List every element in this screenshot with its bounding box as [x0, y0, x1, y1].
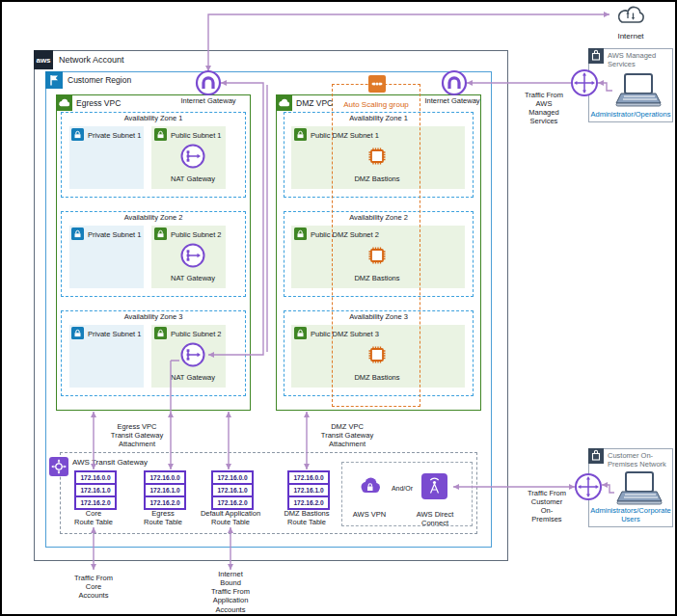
aws-logo-icon: aws — [34, 50, 53, 69]
network-account-label: Network Account — [59, 55, 124, 66]
private-subnet-lock-icon-az3 — [71, 327, 84, 339]
auto-scaling-group-label: Auto Scaling group — [332, 100, 420, 110]
dmz-subnet-lock-icon-az1 — [294, 128, 307, 141]
nat-gateway-label-az2: NAT Gateway — [154, 274, 231, 282]
customer-onprem-icon — [588, 448, 604, 464]
default-application-route-table-label: Default Application Route Table — [197, 509, 264, 526]
internet-label: Internet — [600, 32, 662, 41]
dmz-bastions-icon-az3 — [365, 342, 390, 367]
administrators-corporate-users-label: Administrators/Corporate Users — [586, 506, 675, 523]
dmz-bastions-route-table-label: DMZ Bastions Route Table — [273, 509, 340, 526]
egress-az1-private-subnet-label: Private Subnet 1 — [88, 131, 141, 140]
onprem-router-icon — [574, 472, 603, 501]
andor-label: And/Or — [383, 485, 421, 494]
auto-scaling-group-icon — [368, 75, 386, 93]
aws-vpn-label: AWS VPN — [344, 510, 394, 519]
route-entry: 172.16.2.0 — [74, 495, 117, 510]
onprem-laptop-icon — [613, 471, 663, 507]
dmz-bastions-icon-az2 — [365, 243, 390, 268]
egress-az1-public-subnet-label: Public Subnet 1 — [171, 131, 222, 140]
nat-gateway-icon-az3 — [180, 342, 205, 367]
customer-onprem-label: Customer On- Premises Network — [608, 451, 671, 469]
aws-direct-connect-icon — [421, 473, 447, 499]
nat-gateway-label-az3: NAT Gateway — [154, 373, 231, 382]
public-subnet-lock-icon-az3 — [154, 327, 167, 339]
dmz-bastions-label-az3: DMZ Bastions — [338, 373, 416, 382]
dmz-subnet-lock-icon-az2 — [294, 228, 307, 240]
route-entry: 172.16.2.0 — [144, 495, 186, 510]
egress-vpc-label: Egress VPC — [76, 98, 121, 108]
aws-managed-services-label: AWS Managed Services — [608, 51, 671, 68]
egress-az3-public-subnet-label: Public Subnet 2 — [171, 330, 222, 338]
customer-region-label: Customer Region — [68, 75, 131, 85]
dmz-az2-subnet-label: Public DMZ Subnet 2 — [311, 230, 379, 239]
aws-architecture-diagram: aws — [0, 0, 677, 616]
egress-internet-gateway-icon — [195, 69, 222, 96]
nat-gateway-label-az1: NAT Gateway — [154, 174, 231, 183]
dmz-internet-gateway-icon — [441, 69, 468, 96]
dmz-az3-subnet-label: Public DMZ Subnet 3 — [311, 330, 379, 338]
egress-igw-label: Internet Gateway — [160, 96, 257, 105]
dmz-vpc-icon — [276, 94, 292, 111]
dmz-vpc-label: DMZ VPC — [296, 98, 333, 108]
core-route-table-label: Core Route Table — [60, 509, 127, 526]
nat-gateway-icon-az1 — [180, 144, 205, 169]
aws-direct-connect-label: AWS Direct Connect — [402, 510, 468, 527]
private-subnet-lock-icon-az2 — [71, 228, 84, 240]
aws-managed-services-icon — [588, 48, 604, 64]
internet-cloud-icon — [615, 4, 648, 27]
egress-az3-private-subnet-label: Private Subnet 1 — [88, 330, 141, 338]
route-entry: 172.16.2.0 — [211, 495, 254, 510]
nat-gateway-icon-az2 — [180, 243, 205, 268]
dmz-az2-title: Availability Zone 2 — [284, 213, 474, 222]
dmz-az1-subnet-label: Public DMZ Subnet 1 — [311, 131, 379, 140]
internet-bound-traffic-label: Internet Bound Traffic From Application … — [192, 570, 269, 614]
aws-vpn-icon — [357, 473, 383, 499]
traffic-from-ams-label: Traffic From AWS Managed Services — [513, 91, 575, 126]
transit-gateway-icon — [49, 457, 68, 476]
egress-route-table-label: Egress Route Table — [129, 509, 197, 526]
dmz-attachment-label: DMZ VPC Transit Gateway Attachment — [311, 422, 384, 448]
ams-router-icon — [570, 68, 599, 97]
egress-az2-public-subnet-label: Public Subnet 2 — [171, 230, 222, 239]
public-subnet-lock-icon-az1 — [154, 128, 167, 141]
egress-az2-private-subnet-label: Private Subnet 1 — [88, 230, 141, 239]
egress-vpc-icon — [56, 94, 72, 111]
dmz-az1-title: Availability Zone 1 — [284, 114, 474, 122]
ams-laptop-icon — [612, 73, 663, 109]
private-subnet-lock-icon-az1 — [71, 128, 84, 141]
egress-az2-title: Availability Zone 2 — [61, 213, 246, 222]
dmz-bastions-label-az2: DMZ Bastions — [338, 274, 416, 282]
dmz-subnet-lock-icon-az3 — [294, 327, 307, 339]
dmz-bastions-icon-az1 — [365, 144, 390, 169]
egress-az1-title: Availability Zone 1 — [61, 114, 246, 122]
egress-az3-title: Availability Zone 3 — [61, 312, 246, 321]
traffic-from-core-accounts-label: Traffic From Core Accounts — [55, 574, 132, 600]
administrator-operations-label: Administrator/Operations — [586, 110, 675, 119]
egress-attachment-label: Egress VPC Transit Gateway Attachment — [98, 422, 176, 448]
route-entry: 172.16.2.0 — [287, 495, 330, 510]
dmz-bastions-label-az1: DMZ Bastions — [338, 174, 416, 183]
region-icon — [45, 71, 63, 89]
transit-gateway-label: AWS Transit Gateway — [72, 458, 148, 468]
traffic-from-onprem-label: Traffic From Customer On- Premises — [516, 489, 578, 524]
dmz-az3-title: Availability Zone 3 — [284, 312, 474, 321]
public-subnet-lock-icon-az2 — [154, 228, 167, 240]
svg-text:aws: aws — [36, 56, 51, 65]
